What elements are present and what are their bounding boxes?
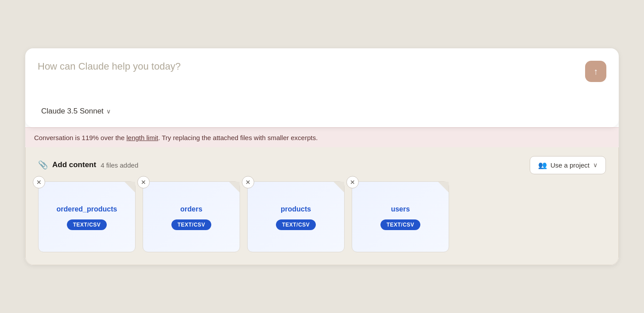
- use-project-button[interactable]: 👥 Use a project ∨: [530, 156, 606, 174]
- input-card: ↑ Claude 3.5 Sonnet ∨: [25, 48, 619, 127]
- send-button[interactable]: ↑: [585, 61, 606, 82]
- file-1-type: TEXT/CSV: [67, 219, 107, 230]
- file-card-wrapper: ✕ users TEXT/CSV: [352, 181, 449, 252]
- chevron-down-icon: ∨: [106, 108, 111, 115]
- file-card-4: users TEXT/CSV: [352, 181, 449, 252]
- model-selector[interactable]: Claude 3.5 Sonnet ∨: [38, 105, 114, 117]
- files-grid: ✕ ordered_products TEXT/CSV ✕ orders TEX…: [38, 181, 606, 252]
- warning-text-suffix: . Try replacing the attached files with …: [158, 134, 318, 141]
- file-3-name: products: [281, 205, 311, 214]
- remove-file-2-button[interactable]: ✕: [137, 176, 150, 188]
- project-chevron-icon: ∨: [593, 161, 597, 168]
- file-4-type: TEXT/CSV: [380, 219, 421, 230]
- file-1-name: ordered_products: [57, 205, 117, 214]
- warning-banner: Conversation is 119% over the length lim…: [25, 127, 619, 148]
- remove-file-1-button[interactable]: ✕: [33, 176, 45, 188]
- file-card-2: orders TEXT/CSV: [143, 181, 240, 252]
- paperclip-icon: 📎: [38, 160, 48, 170]
- main-container: ↑ Claude 3.5 Sonnet ∨ Conversation is 11…: [25, 48, 619, 265]
- use-project-label: Use a project: [551, 161, 590, 169]
- length-limit-link[interactable]: length limit: [126, 134, 158, 141]
- input-footer: Claude 3.5 Sonnet ∨: [38, 105, 606, 117]
- files-added-label: 4 files added: [101, 161, 138, 169]
- remove-file-3-button[interactable]: ✕: [242, 176, 254, 188]
- file-card-wrapper: ✕ orders TEXT/CSV: [143, 181, 240, 252]
- card-and-warning: ↑ Claude 3.5 Sonnet ∨ Conversation is 11…: [25, 48, 619, 265]
- file-2-name: orders: [180, 205, 202, 214]
- chat-input[interactable]: [38, 61, 606, 96]
- file-card-wrapper: ✕ products TEXT/CSV: [247, 181, 345, 252]
- add-content-label: Add content: [52, 160, 96, 169]
- content-header: 📎 Add content 4 files added 👥 Use a proj…: [38, 156, 606, 174]
- add-content-section: 📎 Add content 4 files added: [38, 160, 138, 170]
- file-card-wrapper: ✕ ordered_products TEXT/CSV: [38, 181, 136, 252]
- file-card-1: ordered_products TEXT/CSV: [38, 181, 136, 252]
- file-3-type: TEXT/CSV: [276, 219, 316, 230]
- send-icon: ↑: [594, 67, 598, 76]
- file-4-name: users: [391, 205, 410, 214]
- content-area: 📎 Add content 4 files added 👥 Use a proj…: [25, 147, 619, 265]
- project-icon: 👥: [538, 161, 547, 169]
- remove-file-4-button[interactable]: ✕: [346, 176, 359, 188]
- warning-text: Conversation is 119% over the: [34, 134, 126, 141]
- model-name: Claude 3.5 Sonnet: [41, 107, 104, 116]
- file-2-type: TEXT/CSV: [171, 219, 212, 230]
- file-card-3: products TEXT/CSV: [247, 181, 345, 252]
